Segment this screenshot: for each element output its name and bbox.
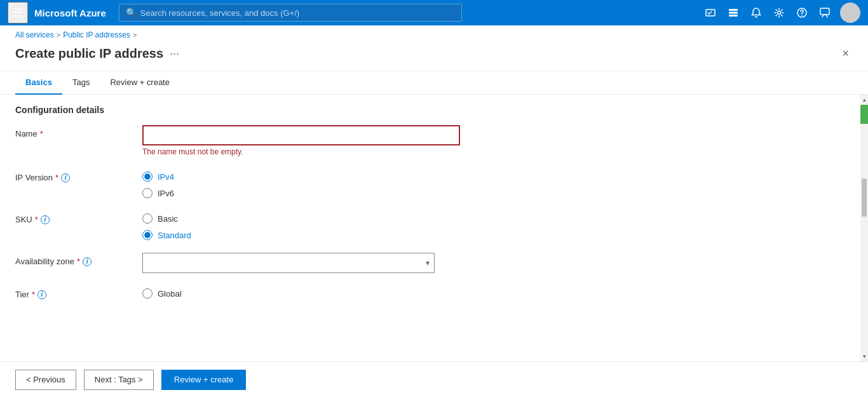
ip-version-ipv6-option[interactable]: IPv6 bbox=[142, 188, 460, 198]
tier-field-row: Tier * i Global bbox=[15, 286, 845, 306]
scroll-thumb-gray bbox=[862, 178, 867, 217]
cloud-shell-button[interactable] bbox=[700, 3, 721, 23]
svg-point-6 bbox=[801, 15, 803, 16]
name-input[interactable] bbox=[142, 125, 460, 145]
ip-version-radio-group: IPv4 IPv6 bbox=[142, 169, 460, 198]
sku-basic-label: Basic bbox=[158, 214, 178, 224]
tab-review-create[interactable]: Review + create bbox=[100, 71, 180, 95]
sku-basic-radio[interactable] bbox=[142, 213, 153, 224]
review-create-button[interactable]: Review + create bbox=[161, 370, 247, 390]
breadcrumb-sep-2: > bbox=[133, 31, 137, 39]
availability-zone-dropdown[interactable] bbox=[142, 253, 435, 273]
top-navigation: ☰ Microsoft Azure 🔍 bbox=[0, 0, 868, 25]
breadcrumb-public-ip[interactable]: Public IP addresses bbox=[63, 30, 130, 39]
ip-version-ipv4-radio[interactable] bbox=[142, 172, 153, 182]
page-title: Create public IP address bbox=[15, 46, 163, 61]
tier-radio-group: Global bbox=[142, 286, 460, 299]
tier-label: Tier * i bbox=[15, 286, 142, 299]
breadcrumb-all-services[interactable]: All services bbox=[15, 30, 54, 39]
next-tags-button[interactable]: Next : Tags > bbox=[84, 370, 154, 390]
scroll-track bbox=[860, 105, 868, 351]
section-title: Configuration details bbox=[15, 105, 845, 115]
breadcrumb: All services > Public IP addresses > bbox=[0, 25, 868, 42]
footer: < Previous Next : Tags > Review + create bbox=[0, 361, 868, 397]
name-field-row: Name * The name must not be empty. bbox=[15, 125, 845, 156]
ip-version-ipv4-option[interactable]: IPv4 bbox=[142, 172, 460, 182]
scroll-thumb-green bbox=[860, 105, 868, 124]
availability-zone-info-icon[interactable]: i bbox=[83, 257, 92, 266]
ip-version-control: IPv4 IPv6 bbox=[142, 169, 460, 198]
previous-button[interactable]: < Previous bbox=[15, 370, 76, 390]
ip-version-info-icon[interactable]: i bbox=[61, 173, 70, 182]
breadcrumb-sep-1: > bbox=[57, 31, 60, 39]
availability-zone-control: ▾ bbox=[142, 253, 460, 273]
sku-required-star: * bbox=[35, 215, 38, 224]
ip-version-ipv6-radio[interactable] bbox=[142, 188, 153, 198]
sku-field-row: SKU * i Basic Standard bbox=[15, 211, 845, 240]
nav-icons bbox=[700, 3, 860, 23]
search-icon: 🔍 bbox=[126, 8, 137, 18]
scroll-down-arrow[interactable]: ▾ bbox=[860, 351, 868, 361]
availability-zone-dropdown-wrap: ▾ bbox=[142, 253, 435, 273]
tier-global-option[interactable]: Global bbox=[142, 288, 460, 299]
tier-global-radio[interactable] bbox=[142, 288, 153, 299]
tier-required-star: * bbox=[32, 290, 35, 299]
scrollbar[interactable]: ▴ ▾ bbox=[860, 95, 868, 361]
page-options-dots[interactable]: ··· bbox=[170, 47, 179, 60]
settings-button[interactable] bbox=[769, 3, 789, 23]
tab-tags[interactable]: Tags bbox=[62, 71, 100, 95]
tier-global-label: Global bbox=[158, 289, 182, 299]
ip-version-label: IP Version * i bbox=[15, 169, 142, 182]
ip-version-field-row: IP Version * i IPv4 IPv6 bbox=[15, 169, 845, 198]
hamburger-menu-button[interactable]: ☰ bbox=[8, 2, 28, 24]
tier-info-icon[interactable]: i bbox=[37, 290, 46, 299]
search-input[interactable] bbox=[140, 8, 455, 18]
content-area: Configuration details Name * The name mu… bbox=[0, 95, 868, 361]
sku-standard-option[interactable]: Standard bbox=[142, 230, 460, 240]
svg-rect-2 bbox=[729, 12, 738, 14]
name-error-message: The name must not be empty. bbox=[142, 147, 460, 156]
sku-radio-group: Basic Standard bbox=[142, 211, 460, 240]
content-scroll[interactable]: Configuration details Name * The name mu… bbox=[0, 95, 860, 361]
search-bar[interactable]: 🔍 bbox=[119, 4, 462, 22]
name-label: Name * bbox=[15, 125, 142, 138]
sku-standard-label: Standard bbox=[158, 231, 191, 240]
ip-version-required-star: * bbox=[55, 173, 58, 182]
sku-standard-radio[interactable] bbox=[142, 230, 153, 240]
sku-basic-option[interactable]: Basic bbox=[142, 213, 460, 224]
svg-rect-7 bbox=[820, 8, 829, 15]
help-button[interactable] bbox=[792, 3, 812, 23]
svg-rect-3 bbox=[729, 15, 738, 17]
sku-control: Basic Standard bbox=[142, 211, 460, 240]
portal-settings-button[interactable] bbox=[723, 3, 743, 23]
availability-zone-required-star: * bbox=[77, 257, 80, 266]
availability-zone-field-row: Availability zone * i ▾ bbox=[15, 253, 845, 273]
ip-version-ipv6-label: IPv6 bbox=[158, 189, 174, 198]
ip-version-ipv4-label: IPv4 bbox=[158, 172, 174, 182]
notifications-button[interactable] bbox=[746, 3, 766, 23]
feedback-button[interactable] bbox=[815, 3, 835, 23]
svg-point-4 bbox=[778, 11, 781, 15]
brand-name: Microsoft Azure bbox=[34, 8, 106, 18]
tab-basics[interactable]: Basics bbox=[15, 71, 62, 95]
tabs-bar: Basics Tags Review + create bbox=[0, 71, 868, 95]
page-header: Create public IP address ··· × bbox=[0, 42, 868, 71]
avatar[interactable] bbox=[840, 3, 860, 23]
svg-rect-1 bbox=[729, 9, 738, 11]
name-required-star: * bbox=[40, 129, 43, 138]
scroll-up-arrow[interactable]: ▴ bbox=[860, 95, 868, 105]
page-body: All services > Public IP addresses > Cre… bbox=[0, 25, 868, 397]
tier-control: Global bbox=[142, 286, 460, 299]
close-button[interactable]: × bbox=[838, 44, 853, 63]
name-control: The name must not be empty. bbox=[142, 125, 460, 156]
availability-zone-label: Availability zone * i bbox=[15, 253, 142, 266]
sku-info-icon[interactable]: i bbox=[41, 215, 50, 224]
sku-label: SKU * i bbox=[15, 211, 142, 224]
